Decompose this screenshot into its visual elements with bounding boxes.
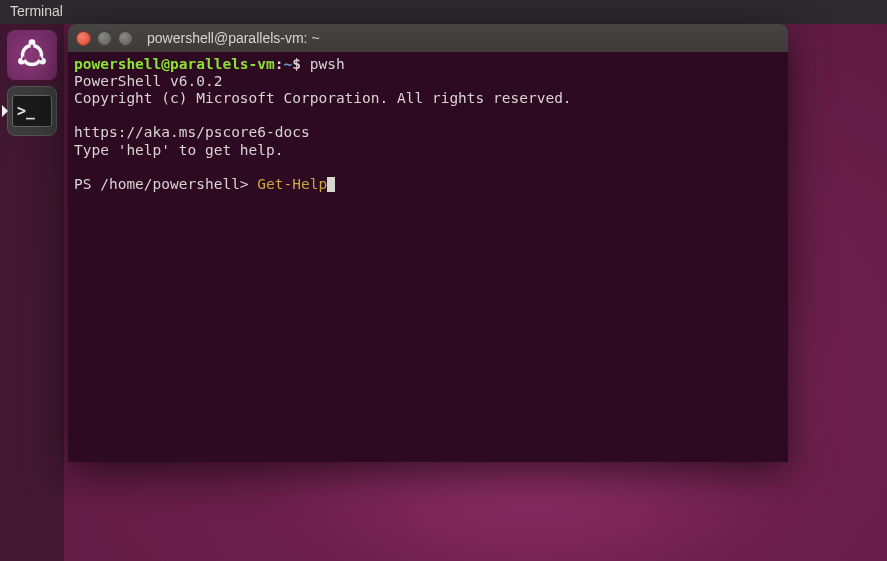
launcher-terminal-app[interactable]: >_ [7, 86, 57, 136]
bash-prompt-path: ~ [284, 56, 293, 72]
terminal-content[interactable]: powershell@parallels-vm:~$ pwsh PowerShe… [68, 52, 788, 462]
bash-prompt-userhost: powershell@parallels-vm [74, 56, 275, 72]
top-menubar: Terminal [0, 0, 887, 24]
close-icon[interactable] [76, 31, 91, 46]
cursor-icon [327, 177, 335, 192]
menubar-app-label: Terminal [10, 3, 63, 19]
terminal-output-line: Copyright (c) Microsoft Corporation. All… [74, 90, 572, 106]
bash-command: pwsh [310, 56, 345, 72]
window-title: powershell@parallels-vm: ~ [147, 30, 320, 46]
terminal-output-line: https://aka.ms/pscore6-docs [74, 124, 310, 140]
launcher-ubuntu-dash[interactable] [7, 30, 57, 80]
minimize-icon[interactable] [97, 31, 112, 46]
ps-prompt: PS /home/powershell> [74, 176, 257, 192]
terminal-icon: >_ [12, 95, 52, 127]
bash-prompt-sep: : [275, 56, 284, 72]
svg-rect-4 [31, 45, 34, 49]
maximize-icon[interactable] [118, 31, 133, 46]
ps-command: Get-Help [257, 176, 327, 192]
ubuntu-logo-icon [15, 38, 49, 72]
window-titlebar[interactable]: powershell@parallels-vm: ~ [68, 24, 788, 52]
terminal-output-line: PowerShell v6.0.2 [74, 73, 222, 89]
terminal-output-line: Type 'help' to get help. [74, 142, 284, 158]
bash-prompt-symbol: $ [292, 56, 301, 72]
unity-launcher: >_ [0, 24, 64, 561]
terminal-window: powershell@parallels-vm: ~ powershell@pa… [68, 24, 788, 462]
